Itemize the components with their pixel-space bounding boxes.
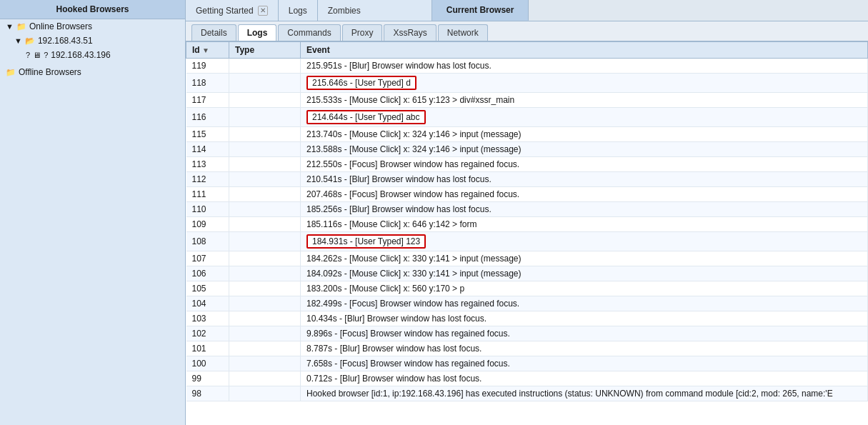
- cell-event: 207.468s - [Focus] Browser window has re…: [301, 187, 868, 202]
- sidebar-item-ip-parent[interactable]: ▼ 📂 192.168.43.51: [0, 34, 185, 48]
- cell-id: 98: [186, 386, 229, 401]
- table-row[interactable]: 104182.499s - [Focus] Browser window has…: [186, 296, 868, 311]
- table-row[interactable]: 116214.644s - [User Typed] abc: [186, 108, 868, 127]
- sub-tab-xssrays[interactable]: XssRays: [384, 24, 436, 41]
- cell-id: 116: [186, 108, 229, 127]
- cell-type: [229, 127, 301, 142]
- tab-current-browser-label: Current Browser: [447, 5, 514, 15]
- cell-event: 10.434s - [Blur] Browser window has lost…: [301, 311, 868, 326]
- cell-type: [229, 187, 301, 202]
- cell-type: [229, 266, 301, 281]
- sub-tab-bar: Details Logs Commands Proxy XssRays Netw…: [186, 21, 868, 41]
- cell-event: Hooked browser [id:1, ip:192.168.43.196]…: [301, 386, 868, 401]
- ip-child-label[interactable]: 192.168.43.196: [51, 50, 110, 60]
- cell-type: [229, 157, 301, 172]
- sub-tab-details[interactable]: Details: [191, 24, 236, 41]
- tab-zombies[interactable]: Zombies: [318, 0, 432, 21]
- cell-type: [229, 386, 301, 401]
- table-row[interactable]: 115213.740s - [Mouse Click] x: 324 y:146…: [186, 127, 868, 142]
- tab-getting-started-close[interactable]: ✕: [258, 6, 268, 16]
- tab-logs-label: Logs: [289, 6, 307, 16]
- cell-type: [229, 296, 301, 311]
- cell-event: 185.116s - [Mouse Click] x: 646 y:142 > …: [301, 217, 868, 232]
- col-header-id[interactable]: Id ▼: [186, 42, 229, 59]
- table-row[interactable]: 1018.787s - [Blur] Browser window has lo…: [186, 341, 868, 356]
- cell-event: 7.658s - [Focus] Browser window has rega…: [301, 356, 868, 371]
- cell-type: [229, 74, 301, 93]
- folder-icon: 📁: [16, 22, 26, 31]
- table-row[interactable]: 109185.116s - [Mouse Click] x: 646 y:142…: [186, 217, 868, 232]
- cell-type: [229, 232, 301, 251]
- sub-tab-network[interactable]: Network: [438, 24, 488, 41]
- table-row[interactable]: 1029.896s - [Focus] Browser window has r…: [186, 326, 868, 341]
- tab-getting-started-label: Getting Started: [196, 6, 254, 16]
- cell-id: 118: [186, 74, 229, 93]
- table-row[interactable]: 10310.434s - [Blur] Browser window has l…: [186, 311, 868, 326]
- question-icon-2: ?: [44, 51, 48, 59]
- cell-id: 113: [186, 157, 229, 172]
- log-table: Id ▼ Type Event 119215.951s - [Blur] Bro…: [186, 41, 868, 401]
- highlighted-event: 214.644s - [User Typed] abc: [306, 110, 426, 124]
- cell-type: [229, 142, 301, 157]
- table-row[interactable]: 117215.533s - [Mouse Click] x: 615 y:123…: [186, 93, 868, 108]
- cell-id: 114: [186, 142, 229, 157]
- sub-tab-proxy[interactable]: Proxy: [342, 24, 383, 41]
- cell-type: [229, 356, 301, 371]
- sub-tab-xssrays-label: XssRays: [393, 28, 426, 38]
- cell-event: 183.200s - [Mouse Click] x: 560 y:170 > …: [301, 281, 868, 296]
- table-row[interactable]: 105183.200s - [Mouse Click] x: 560 y:170…: [186, 281, 868, 296]
- cell-event: 215.533s - [Mouse Click] x: 615 y:123 > …: [301, 93, 868, 108]
- table-row[interactable]: 106184.092s - [Mouse Click] x: 330 y:141…: [186, 266, 868, 281]
- table-body: 119215.951s - [Blur] Browser window has …: [186, 59, 868, 401]
- col-header-type[interactable]: Type: [229, 42, 301, 59]
- log-table-container[interactable]: Id ▼ Type Event 119215.951s - [Blur] Bro…: [186, 41, 868, 425]
- tab-current-browser[interactable]: Current Browser: [432, 0, 529, 21]
- cell-type: [229, 281, 301, 296]
- cell-id: 101: [186, 341, 229, 356]
- tab-logs[interactable]: Logs: [279, 0, 318, 21]
- folder-icon-2: 📂: [25, 36, 35, 46]
- cell-id: 99: [186, 371, 229, 386]
- cell-id: 107: [186, 251, 229, 266]
- cell-id: 112: [186, 172, 229, 187]
- cell-type: [229, 172, 301, 187]
- table-row[interactable]: 990.712s - [Blur] Browser window has los…: [186, 371, 868, 386]
- sub-tab-commands[interactable]: Commands: [278, 24, 340, 41]
- cell-type: [229, 311, 301, 326]
- table-row[interactable]: 110185.256s - [Blur] Browser window has …: [186, 202, 868, 217]
- table-header-row: Id ▼ Type Event: [186, 42, 868, 59]
- table-row[interactable]: 98Hooked browser [id:1, ip:192.168.43.19…: [186, 386, 868, 401]
- sub-tab-commands-label: Commands: [287, 28, 331, 38]
- tab-zombies-label: Zombies: [328, 6, 361, 16]
- sidebar-item-online[interactable]: ▼ 📁 Online Browsers: [0, 19, 185, 34]
- highlighted-event: 215.646s - [User Typed] d: [306, 76, 416, 90]
- table-row[interactable]: 108184.931s - [User Typed] 123: [186, 232, 868, 251]
- table-row[interactable]: 107184.262s - [Mouse Click] x: 330 y:141…: [186, 251, 868, 266]
- cell-id: 106: [186, 266, 229, 281]
- cell-type: [229, 371, 301, 386]
- cell-type: [229, 108, 301, 127]
- table-row[interactable]: 112210.541s - [Blur] Browser window has …: [186, 172, 868, 187]
- cell-id: 119: [186, 59, 229, 74]
- table-row[interactable]: 118215.646s - [User Typed] d: [186, 74, 868, 93]
- cell-event: 184.092s - [Mouse Click] x: 330 y:141 > …: [301, 266, 868, 281]
- table-row[interactable]: 113212.550s - [Focus] Browser window has…: [186, 157, 868, 172]
- cell-event: 214.644s - [User Typed] abc: [301, 108, 868, 127]
- sidebar-item-offline[interactable]: 📁 Offline Browsers: [0, 65, 185, 79]
- sidebar: Hooked Browsers ▼ 📁 Online Browsers ▼ 📂 …: [0, 0, 186, 425]
- folder-icon-3: 📁: [6, 68, 16, 77]
- table-row[interactable]: 119215.951s - [Blur] Browser window has …: [186, 59, 868, 74]
- sidebar-item-icons[interactable]: ? 🖥 ? 192.168.43.196: [0, 48, 185, 62]
- cell-event: 184.262s - [Mouse Click] x: 330 y:141 > …: [301, 251, 868, 266]
- table-row[interactable]: 111207.468s - [Focus] Browser window has…: [186, 187, 868, 202]
- table-row[interactable]: 1007.658s - [Focus] Browser window has r…: [186, 356, 868, 371]
- tab-getting-started[interactable]: Getting Started ✕: [186, 0, 279, 21]
- col-header-event[interactable]: Event: [301, 42, 868, 59]
- cell-type: [229, 59, 301, 74]
- cell-event: 213.588s - [Mouse Click] x: 324 y:146 > …: [301, 142, 868, 157]
- top-tab-bar: Getting Started ✕ Logs Zombies Current B…: [186, 0, 868, 21]
- cell-event: 210.541s - [Blur] Browser window has los…: [301, 172, 868, 187]
- table-row[interactable]: 114213.588s - [Mouse Click] x: 324 y:146…: [186, 142, 868, 157]
- sub-tab-logs[interactable]: Logs: [238, 24, 277, 41]
- sub-tab-network-label: Network: [447, 28, 479, 38]
